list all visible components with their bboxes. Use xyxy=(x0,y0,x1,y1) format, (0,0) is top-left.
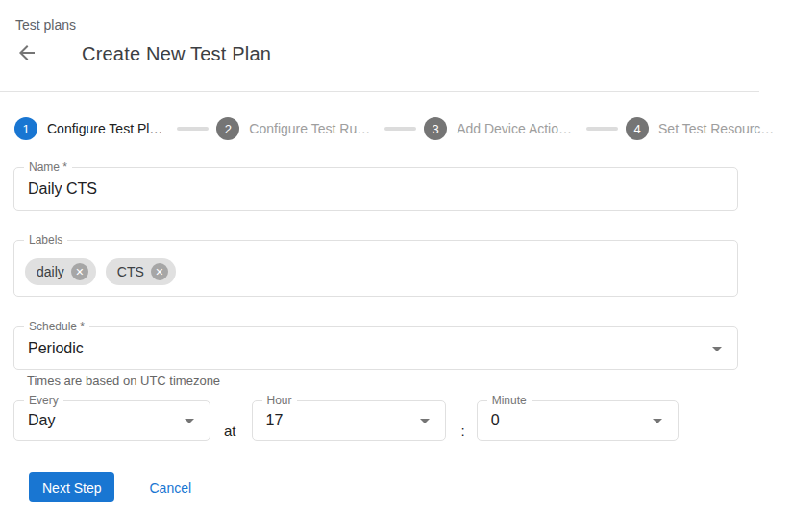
hour-select[interactable]: Hour 17 xyxy=(252,400,446,441)
name-field-label: Name * xyxy=(24,160,72,175)
chevron-down-icon xyxy=(712,347,722,351)
chevron-down-icon xyxy=(653,419,662,423)
schedule-time-row: Every Day at Hour 17 : Minute 0 xyxy=(13,400,738,441)
name-field[interactable]: Name * xyxy=(13,167,738,211)
chip-daily-text: daily xyxy=(37,264,64,279)
every-value: Day xyxy=(28,412,55,429)
step-1-configure-test-plan[interactable]: 1 Configure Test Pl… xyxy=(14,117,162,140)
step-connector xyxy=(586,127,618,131)
every-field-label: Every xyxy=(24,394,63,408)
test-plan-form: Name * Labels daily ✕ CTS ✕ Schedule * P… xyxy=(13,167,738,502)
breadcrumb: Test plans xyxy=(15,18,792,33)
arrow-back-icon xyxy=(15,41,38,67)
page-title: Create New Test Plan xyxy=(82,43,271,65)
chip-cts-text: CTS xyxy=(117,264,144,279)
chip-daily: daily ✕ xyxy=(25,258,96,285)
step-3-label: Add Device Actio… xyxy=(457,121,572,136)
step-2-badge: 2 xyxy=(216,117,239,140)
step-1-label: Configure Test Pl… xyxy=(47,121,162,136)
header-divider xyxy=(0,91,759,92)
chip-cts-remove-icon[interactable]: ✕ xyxy=(151,263,168,280)
name-input[interactable] xyxy=(28,181,724,198)
schedule-value: Periodic xyxy=(28,340,84,357)
form-actions: Next Step Cancel xyxy=(29,472,738,502)
minute-field-label: Minute xyxy=(487,394,532,408)
step-2-configure-test-run[interactable]: 2 Configure Test Ru… xyxy=(216,117,370,140)
step-4-badge: 4 xyxy=(626,117,649,140)
step-4-set-test-resources[interactable]: 4 Set Test Resourc… xyxy=(626,117,774,140)
step-connector xyxy=(384,127,416,131)
create-test-plan-page: Test plans Create New Test Plan 1 Config… xyxy=(0,0,792,532)
step-4-label: Set Test Resourc… xyxy=(658,121,774,136)
at-label: at xyxy=(224,423,236,441)
chevron-down-icon xyxy=(420,419,430,423)
step-connector xyxy=(177,127,209,131)
hour-field-label: Hour xyxy=(262,394,297,408)
labels-field-label: Labels xyxy=(24,233,67,248)
every-select[interactable]: Every Day xyxy=(13,400,210,441)
minute-select[interactable]: Minute 0 xyxy=(477,400,679,441)
stepper: 1 Configure Test Pl… 2 Configure Test Ru… xyxy=(14,117,792,140)
cancel-button[interactable]: Cancel xyxy=(149,480,191,496)
step-2-label: Configure Test Ru… xyxy=(249,121,370,136)
page-header: Create New Test Plan xyxy=(0,39,792,68)
step-3-badge: 3 xyxy=(424,117,447,140)
colon-label: : xyxy=(461,423,465,441)
step-1-badge: 1 xyxy=(14,117,37,140)
minute-value: 0 xyxy=(491,412,500,429)
labels-field[interactable]: Labels daily ✕ CTS ✕ xyxy=(13,240,738,297)
chip-cts: CTS ✕ xyxy=(106,258,176,285)
hour-value: 17 xyxy=(266,412,284,429)
schedule-select[interactable]: Schedule * Periodic xyxy=(13,326,738,370)
schedule-field-label: Schedule * xyxy=(24,320,89,334)
back-button[interactable] xyxy=(15,42,38,65)
chip-daily-remove-icon[interactable]: ✕ xyxy=(71,263,88,280)
next-step-button[interactable]: Next Step xyxy=(29,472,114,502)
utc-helper-text: Times are based on UTC timezone xyxy=(27,374,738,388)
chevron-down-icon xyxy=(185,419,194,423)
step-3-add-device-actions[interactable]: 3 Add Device Actio… xyxy=(424,117,572,140)
